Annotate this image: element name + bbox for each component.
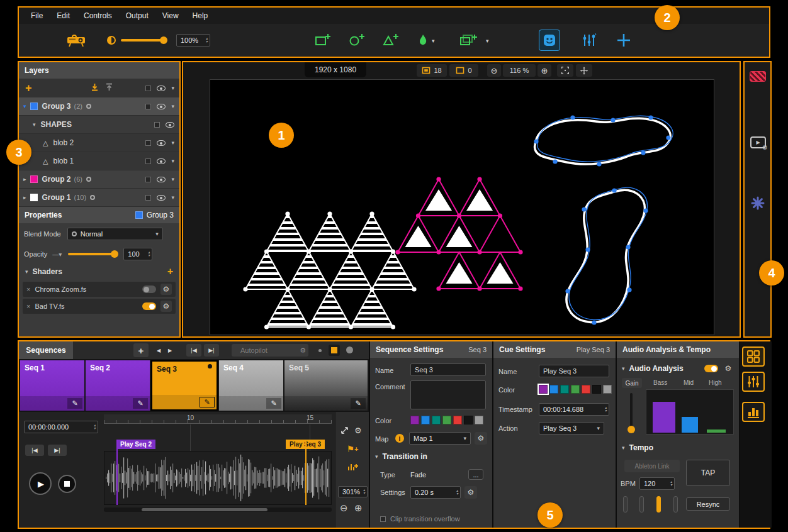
edit-pencil-icon[interactable]: ✎ [351,398,366,409]
frame-counter-a[interactable]: 18 [417,64,447,77]
map-dropdown[interactable]: Map 1 ▾ [409,432,471,445]
meter-view-button[interactable] [742,402,765,422]
faders-view-button[interactable] [742,372,765,392]
sequence-name-input[interactable]: Seq 3 [410,363,486,376]
sequence-card-seq4[interactable]: Seq 4 ✎ [219,360,283,411]
layer-row-group3[interactable]: ▾ Group 3 (2) ▾ [19,97,179,116]
shader-toggle[interactable] [142,285,156,293]
shader-row-bad-tv[interactable]: × Bad TV.fs ⚙ [23,299,176,314]
visibility-eye-icon[interactable] [166,122,174,128]
brightness-slider[interactable] [121,39,166,42]
add-sequence-button[interactable]: + [133,343,149,357]
add-layer-button[interactable]: + [25,82,32,95]
resync-button[interactable]: Resync [686,497,730,511]
clip-overflow-checkbox[interactable] [380,516,386,522]
play-button[interactable]: ▶ [29,472,52,495]
color-swatch[interactable] [592,385,601,394]
menu-edit[interactable]: Edit [50,11,77,20]
spinner-arrows[interactable]: ▴▾ [91,424,96,430]
add-triangle-tool[interactable] [383,33,399,48]
layer-row-blob2[interactable]: △ blob 2 ▾ [19,134,179,152]
master-select-checkbox[interactable] [145,86,151,91]
color-swatch[interactable] [475,416,483,424]
timeline-zoom-out-icon[interactable]: ⊖ [340,502,348,514]
remove-shader-icon[interactable]: × [26,302,30,310]
expand-diagonal-icon[interactable] [340,426,349,438]
zoom-in-button[interactable]: ⊕ [538,64,551,77]
add-circle-tool[interactable] [349,33,365,48]
add-audio-cue-button[interactable] [341,460,364,474]
paint-tool-dropdown-icon[interactable]: ▾ [432,38,435,44]
expander-icon[interactable]: ▸ [23,194,26,201]
info-icon[interactable]: i [395,434,404,443]
audio-analysis-toggle[interactable] [704,365,718,372]
gear-icon[interactable]: ⚙ [723,363,734,374]
remove-shader-icon[interactable]: × [26,285,30,293]
crosshair-add-icon[interactable] [616,32,632,48]
layer-checkbox[interactable] [145,158,151,164]
spinner-arrows[interactable]: ▴▾ [145,251,150,257]
paint-tool[interactable] [417,33,429,48]
menu-output[interactable]: Output [119,11,155,20]
waveform-display[interactable] [104,451,332,505]
face-mode-button[interactable] [539,30,560,51]
sequence-card-seq5[interactable]: Seq 5 ✎ [284,360,368,411]
prev-sequence-button[interactable]: ◀ [154,345,164,356]
visibility-eye-icon[interactable] [157,140,166,146]
master-chevron-icon[interactable]: ▾ [171,85,174,91]
visibility-eye-icon[interactable] [157,104,166,109]
color-swatch[interactable] [464,416,473,424]
layer-row-blob1[interactable]: △ blob 1 ▾ [19,152,179,170]
effects-wand-icon[interactable] [581,32,597,48]
gear-icon[interactable]: ⚙ [160,284,172,295]
row-chevron-icon[interactable]: ▾ [171,158,174,164]
ableton-link-button[interactable]: Ableton Link [624,460,680,472]
color-swatch-selected[interactable] [539,385,548,394]
sequence-card-seq3-active[interactable]: Seq 3 ✎ [151,360,218,411]
playhead-orange[interactable] [305,440,307,505]
expander-icon[interactable]: ▾ [33,121,36,128]
blend-mode-dropdown[interactable]: Normal ▾ [67,228,163,240]
layer-checkbox[interactable] [145,195,151,201]
seek-prev-cue-button[interactable]: |◀ [25,445,44,456]
layer-checkbox[interactable] [145,104,151,109]
spinner-arrows[interactable]: ▴▾ [454,489,458,496]
cue-name-input[interactable]: Play Seq 3 [539,365,609,377]
add-shader-button[interactable]: + [167,266,173,277]
spinner-arrows[interactable]: ▴▾ [203,37,208,43]
zoom-out-button[interactable]: ⊖ [487,64,501,77]
section-expander-icon[interactable]: ▾ [375,453,378,460]
gain-slider-knob[interactable] [628,426,635,433]
timeline-time-field[interactable]: 00:00:00.000 ▴▾ [24,421,98,433]
color-swatch[interactable] [571,385,580,394]
audio-analysis-header[interactable]: ▾ Audio Analysis ⚙ [622,363,734,374]
layer-checkbox[interactable] [154,122,160,128]
tempo-header[interactable]: ▾ Tempo [622,443,653,452]
color-swatch[interactable] [442,416,451,424]
color-swatch[interactable] [453,416,462,424]
state-circle-icon[interactable] [346,346,353,353]
section-expander-icon[interactable]: ▾ [622,445,625,451]
gear-icon[interactable]: ⚙ [475,432,487,445]
brightness-spinner[interactable]: 100% ▴▾ [176,34,210,47]
output-warning-icon[interactable] [750,71,766,82]
shaders-expander-icon[interactable]: ▾ [25,269,28,275]
timestamp-spinner[interactable]: 00:00:14.688 ▴▾ [539,403,609,416]
action-dropdown[interactable]: Play Seq 3 ▾ [539,422,604,435]
grid-view-button[interactable] [742,346,765,367]
timeline-ruler[interactable]: 10 15 [104,414,332,424]
edit-pencil-icon[interactable]: ✎ [67,398,82,409]
spinner-arrows[interactable]: ▴▾ [668,480,672,487]
expander-icon[interactable]: ▾ [23,103,26,109]
color-swatch[interactable] [421,416,430,424]
generator-starburst-icon[interactable] [751,196,765,213]
opacity-curve-dropdown[interactable]: —▾ [52,251,62,258]
add-group-tool[interactable] [459,33,477,48]
visibility-eye-icon[interactable] [157,195,166,201]
master-visibility-eye-icon[interactable] [157,86,166,91]
fit-view-button[interactable] [557,64,573,77]
gear-icon[interactable]: ⚙ [464,486,477,499]
autopilot-button[interactable]: Autopilot ⚙ [232,344,308,357]
menu-help[interactable]: Help [186,11,215,20]
opacity-slider[interactable] [68,253,117,255]
